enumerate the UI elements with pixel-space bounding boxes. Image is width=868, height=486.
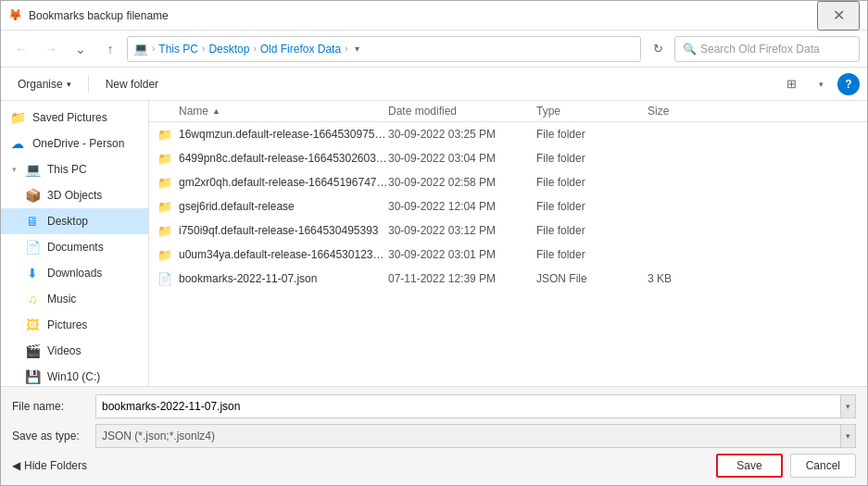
file-list: 📁 16wqmzun.default-release-1664530975010…	[149, 122, 867, 386]
file-type: File folder	[536, 152, 648, 165]
breadcrumb-icon: 💻	[133, 42, 148, 56]
sidebar-item-desktop[interactable]: 🖥 Desktop	[1, 208, 148, 234]
folder-icon: 📁	[157, 126, 173, 143]
view-dropdown-button[interactable]: ▾	[808, 71, 834, 97]
column-date[interactable]: Date modified	[388, 105, 536, 118]
sidebar-item-thispc[interactable]: ▾ 💻 This PC	[1, 156, 148, 182]
file-date: 07-11-2022 12:39 PM	[388, 272, 536, 285]
sidebar-item-win10c[interactable]: 💾 Win10 (C:)	[1, 364, 148, 386]
refresh-button[interactable]: ↻	[645, 36, 671, 62]
json-file-icon: 📄	[157, 270, 173, 287]
sidebar-label-music: Music	[47, 293, 141, 305]
toolbar-separator	[88, 75, 89, 93]
documents-icon: 📄	[23, 238, 42, 256]
file-date: 30-09-2022 12:04 PM	[388, 200, 536, 213]
folder-icon: 📁	[157, 246, 173, 263]
help-button[interactable]: ?	[837, 73, 860, 95]
breadcrumb-bar[interactable]: 💻 › This PC › Desktop › Old Firefox Data…	[127, 36, 641, 62]
column-size[interactable]: Size	[648, 105, 722, 118]
view-toggle-button[interactable]: ⊞	[778, 71, 804, 97]
address-bar: ← → ⌄ ↑ 💻 › This PC › Desktop › Old Fire…	[1, 31, 867, 68]
folder-icon: 📁	[157, 222, 173, 239]
new-folder-button[interactable]: New folder	[96, 71, 168, 97]
table-row[interactable]: 📄 bookmarks-2022-11-07.json 07-11-2022 1…	[149, 267, 867, 291]
file-type: File folder	[536, 176, 648, 189]
cancel-button[interactable]: Cancel	[790, 454, 856, 478]
folder-icon: 📁	[157, 174, 173, 191]
file-date: 30-09-2022 03:12 PM	[388, 224, 536, 237]
organise-button[interactable]: Organise ▾	[8, 71, 81, 97]
sidebar-label-3dobjects: 3D Objects	[47, 189, 141, 202]
onedrive-icon: ☁	[8, 134, 27, 153]
up-button[interactable]: ↑	[97, 36, 123, 62]
sidebar-item-saved-pictures[interactable]: 📁 Saved Pictures	[1, 105, 148, 131]
file-name: 16wqmzun.default-release-1664530975010	[179, 128, 388, 141]
back-button[interactable]: ←	[8, 36, 34, 62]
sidebar-item-onedrive[interactable]: ☁ OneDrive - Person	[1, 131, 148, 156]
sidebar-item-downloads[interactable]: ⬇ Downloads	[1, 260, 148, 286]
sidebar-item-pictures[interactable]: 🖼 Pictures	[1, 312, 148, 338]
drive-icon: 💾	[23, 368, 42, 386]
forward-button[interactable]: →	[38, 36, 64, 62]
file-date: 30-09-2022 03:04 PM	[388, 152, 536, 165]
pictures-folder-icon: 📁	[8, 108, 27, 127]
table-row[interactable]: 📁 gm2xr0qh.default-release-1664519674767…	[149, 170, 867, 194]
table-row[interactable]: 📁 gsej6rid.default-release 30-09-2022 12…	[149, 194, 867, 218]
filename-label: File name:	[12, 400, 95, 413]
search-box[interactable]: 🔍 Search Old Firefox Data	[674, 36, 860, 62]
file-type: File folder	[536, 248, 648, 261]
file-size: 3 KB	[648, 272, 722, 285]
breadcrumb-thispc[interactable]: This PC	[158, 43, 198, 56]
file-date: 30-09-2022 03:25 PM	[388, 128, 536, 141]
sidebar-label-onedrive: OneDrive - Person	[32, 137, 141, 150]
file-name: 6499pn8c.default-release-1664530260397	[179, 152, 388, 165]
thispc-icon: 💻	[23, 160, 42, 179]
breadcrumb-desktop[interactable]: Desktop	[208, 43, 249, 56]
sidebar-label-desktop: Desktop	[47, 215, 141, 228]
window-title: Bookmarks backup filename	[29, 9, 817, 22]
dropdown-button[interactable]: ⌄	[68, 36, 94, 62]
downloads-icon: ⬇	[23, 264, 42, 282]
file-type: File folder	[536, 200, 648, 213]
file-area: Name ▲ Date modified Type Size 📁 16wqmzu…	[149, 101, 867, 386]
table-row[interactable]: 📁 16wqmzun.default-release-1664530975010…	[149, 122, 867, 146]
dialog-buttons: Save Cancel	[716, 454, 856, 478]
hide-folders-button[interactable]: ◀ Hide Folders	[12, 459, 87, 472]
sidebar-item-videos[interactable]: 🎬 Videos	[1, 338, 148, 364]
bottom-bar: File name: ▾ Save as type: ▾ ◀ Hide Fold…	[1, 386, 867, 485]
main-content: 📁 Saved Pictures ☁ OneDrive - Person ▾ 💻…	[1, 101, 867, 386]
table-row[interactable]: 📁 u0um34ya.default-release-1664530123509…	[149, 243, 867, 267]
sidebar-item-3dobjects[interactable]: 📦 3D Objects	[1, 182, 148, 208]
table-row[interactable]: 📁 i750i9qf.default-release-1664530495393…	[149, 218, 867, 243]
breadcrumb-oldfirefoxdata[interactable]: Old Firefox Data	[260, 43, 341, 56]
hide-folders-label: Hide Folders	[24, 459, 87, 472]
sort-arrow-name: ▲	[212, 106, 220, 116]
sidebar: 📁 Saved Pictures ☁ OneDrive - Person ▾ 💻…	[1, 101, 149, 386]
breadcrumb-expand[interactable]: ▾	[355, 44, 359, 54]
organise-label: Organise	[18, 78, 63, 91]
titlebar: 🦊 Bookmarks backup filename ✕	[1, 1, 867, 31]
sidebar-label-pictures: Pictures	[47, 318, 141, 331]
pictures-lib-icon: 🖼	[23, 316, 42, 334]
save-button[interactable]: Save	[716, 454, 782, 478]
savetype-input	[95, 424, 841, 448]
savetype-dropdown[interactable]: ▾	[841, 424, 856, 448]
toolbar-right: ⊞ ▾ ?	[778, 71, 860, 97]
column-type[interactable]: Type	[536, 105, 648, 118]
table-row[interactable]: 📁 6499pn8c.default-release-1664530260397…	[149, 146, 867, 170]
sidebar-item-music[interactable]: ♫ Music	[1, 286, 148, 312]
file-type: File folder	[536, 224, 648, 237]
search-placeholder: Search Old Firefox Data	[700, 43, 820, 56]
close-button[interactable]: ✕	[817, 1, 860, 31]
3dobjects-icon: 📦	[23, 186, 42, 205]
filename-dropdown[interactable]: ▾	[841, 394, 856, 418]
savetype-label: Save as type:	[12, 430, 95, 442]
sidebar-label-videos: Videos	[47, 344, 141, 357]
sidebar-label-saved-pictures: Saved Pictures	[32, 111, 141, 124]
sidebar-item-documents[interactable]: 📄 Documents	[1, 234, 148, 260]
filename-input[interactable]	[95, 394, 841, 418]
folder-icon: 📁	[157, 198, 173, 215]
sidebar-label-downloads: Downloads	[47, 267, 141, 280]
column-name[interactable]: Name ▲	[157, 105, 388, 118]
filename-row: File name: ▾	[12, 394, 856, 418]
